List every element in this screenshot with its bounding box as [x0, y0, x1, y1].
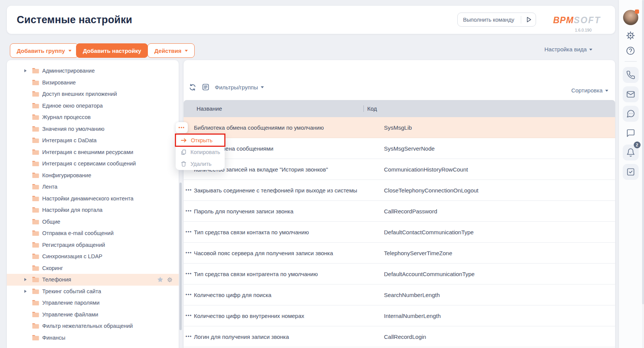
tree-item[interactable]: Лента [7, 181, 179, 193]
tree-item[interactable]: Единое окно оператора [7, 100, 179, 112]
add-group-button[interactable]: Добавить группу [10, 43, 78, 58]
run-command-button[interactable] [521, 13, 536, 26]
tree-item[interactable]: Скоринг [7, 262, 179, 274]
expand-arrow-icon[interactable] [24, 69, 32, 72]
logo-bpm-text: BPM [553, 15, 574, 25]
table-body: Библиотека обмена сообщениями по умолчан… [184, 117, 615, 347]
mail-icon [626, 90, 635, 99]
tree-item-label: Телефония [42, 276, 71, 283]
page-scrollbar-thumb[interactable] [642, 0, 644, 304]
tree-item[interactable]: Трекинг событий сайта [7, 286, 179, 297]
tree-item[interactable]: Визирование [7, 77, 179, 89]
table-row[interactable]: •••Закрывать соединение с телефонией при… [184, 180, 615, 201]
setting-code-cell: InternalNumberLength [384, 313, 615, 319]
tree-item[interactable]: Финансы [7, 332, 179, 344]
tree-item[interactable]: Настройки динамического контента [7, 193, 179, 205]
tree-item[interactable]: Общие [7, 216, 179, 228]
folder-icon [32, 114, 42, 120]
settings-gear-icon[interactable] [626, 31, 635, 40]
row-actions-button[interactable]: ••• [184, 229, 194, 235]
favorite-star-icon[interactable] [157, 276, 163, 283]
row-actions-button[interactable]: ••• [184, 188, 194, 193]
folder-icon [32, 91, 42, 97]
tasks-button[interactable] [623, 164, 639, 180]
view-settings-button[interactable]: Настройка вида [544, 46, 592, 52]
row-actions-button[interactable]: ••• [184, 292, 194, 297]
tree-item[interactable]: Синхронизация с LDAP [7, 251, 179, 262]
chat-button[interactable] [623, 125, 639, 141]
tree-item[interactable]: Настройки для портала [7, 204, 179, 216]
tree-item[interactable]: Управление паролями [7, 297, 179, 309]
column-header-name[interactable]: Название [184, 105, 363, 112]
tree-item[interactable]: Журнал процессов [7, 111, 179, 123]
table-row[interactable]: •••Количество цифр для поискаSearchNumbe… [184, 284, 615, 305]
tree-item[interactable]: Телефония [7, 274, 179, 286]
table-row[interactable]: •••Количество записей на вкладке "Истори… [184, 159, 615, 180]
sort-button[interactable]: Сортировка [570, 87, 608, 94]
table-row[interactable]: •••Логин для получения записи звонкаCall… [184, 326, 615, 347]
header-card: Системные настройки BPMSOFT 1.6.0.190 [7, 6, 615, 34]
add-setting-button[interactable]: Добавить настройку [76, 43, 148, 58]
tree-item[interactable]: Интеграция с внешними ресурсами [7, 146, 179, 158]
table-row[interactable]: •••Пароль для получения записи звонкаCal… [184, 201, 615, 222]
folder-icon [32, 149, 42, 155]
table-header: Название Код [184, 100, 615, 117]
folder-icon [32, 311, 42, 318]
tree-item[interactable]: Конфигурирование [7, 170, 179, 181]
tree-item[interactable]: Интеграция с DaData [7, 135, 179, 146]
setting-code-cell: CallRecordPassword [384, 208, 615, 215]
group-settings-gear-icon[interactable] [167, 277, 173, 283]
refresh-icon[interactable] [189, 83, 197, 91]
messenger-button[interactable] [623, 106, 639, 122]
filters-groups-button[interactable]: Фильтры/группы [215, 84, 264, 91]
mail-button[interactable] [623, 86, 639, 102]
table-row[interactable]: •••Тип средства связи контрагента по умо… [184, 264, 615, 284]
table-row[interactable]: •••Часовой пояс сервера для получения за… [184, 243, 615, 264]
table-row[interactable]: •••Сервер обмена сообщениямиSysMsgServer… [184, 138, 615, 159]
tree-item-label: Единое окно оператора [42, 103, 103, 109]
tree-item[interactable]: Доступ внешних приложений [7, 88, 179, 100]
phone-button[interactable] [623, 67, 639, 83]
filters-groups-label: Фильтры/группы [215, 84, 258, 91]
tree-item[interactable]: Отправка e-mail сообщений [7, 227, 179, 239]
tree-item[interactable]: Значения по умолчанию [7, 123, 179, 135]
command-input[interactable] [458, 17, 521, 23]
row-actions-chip[interactable]: ••• [176, 122, 188, 133]
expand-arrow-icon[interactable] [24, 290, 32, 293]
table-row[interactable]: Библиотека обмена сообщениями по умолчан… [184, 117, 615, 138]
help-icon[interactable] [626, 46, 635, 56]
tree-item[interactable]: Интеграция с сервисами сообщений [7, 158, 179, 170]
context-menu: ОткрытьКопироватьУдалить [176, 134, 225, 170]
view-settings-label: Настройка вида [544, 46, 587, 52]
tree-item[interactable]: Администрирование [7, 65, 179, 77]
sort-label: Сортировка [571, 87, 603, 94]
app-canvas: Системные настройки BPMSOFT 1.6.0.190 До… [0, 0, 644, 348]
filter-list-icon[interactable] [201, 83, 210, 91]
notifications-button[interactable]: 2 [623, 145, 639, 160]
context-menu-item[interactable]: Удалить [176, 158, 225, 170]
row-actions-button[interactable]: ••• [184, 334, 194, 339]
row-actions-button[interactable]: ••• [184, 250, 194, 256]
table-row[interactable]: •••Количество цифр во внутренних номерах… [184, 305, 615, 326]
avatar[interactable] [623, 10, 638, 25]
row-actions-button[interactable]: ••• [184, 313, 194, 318]
setting-name-cell: Логин для получения записи звонка [194, 334, 384, 340]
tree-scrollbar-thumb[interactable] [179, 183, 182, 330]
context-menu-item[interactable]: Открыть [176, 134, 225, 146]
expand-arrow-icon[interactable] [24, 278, 32, 281]
tree-item[interactable]: Регистрация обращений [7, 239, 179, 251]
setting-code-cell: CloseTelephonyConnectionOnLogout [384, 187, 615, 194]
tree-item[interactable]: Управление файлами [7, 309, 179, 321]
table-row[interactable]: •••Тип средства связи контакта по умолча… [184, 222, 615, 243]
actions-button[interactable]: Действия [148, 43, 195, 58]
setting-code-cell: TelephonyServerTimeZone [384, 250, 615, 256]
tree-item-label: Настройки динамического контента [42, 195, 133, 202]
row-actions-button[interactable]: ••• [184, 208, 194, 214]
column-header-code[interactable]: Код [364, 105, 377, 112]
context-menu-item[interactable]: Копировать [176, 146, 225, 158]
setting-code-cell: CallRecordLogin [384, 334, 615, 340]
row-actions-button[interactable]: ••• [184, 271, 194, 276]
tree-item[interactable]: Фильтр нежелательных обращений [7, 320, 179, 332]
folder-icon [32, 103, 42, 109]
setting-name-cell: Количество цифр для поиска [194, 292, 384, 298]
